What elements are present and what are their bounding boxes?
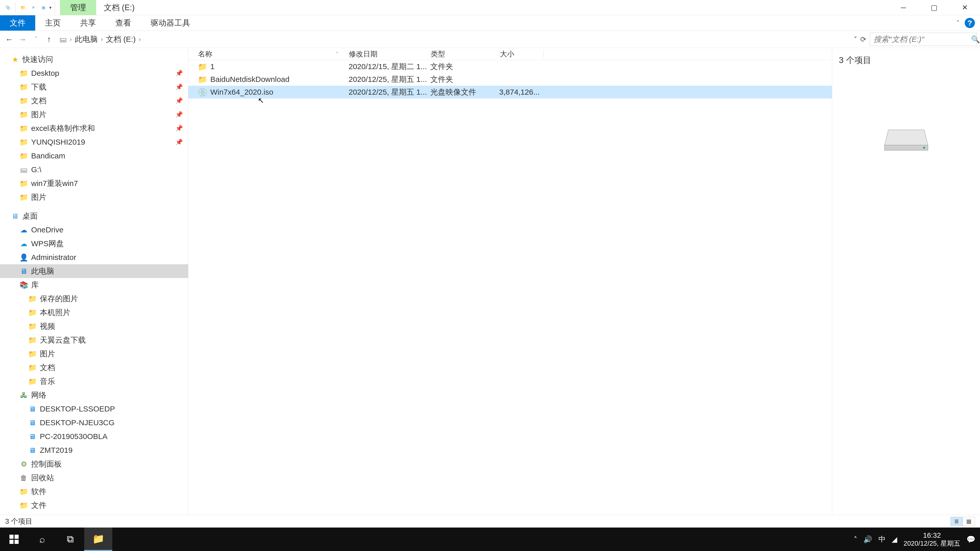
col-header-type[interactable]: 类型 — [431, 49, 500, 59]
close-button[interactable]: ✕ — [950, 0, 980, 15]
explorer-taskbar-button[interactable]: 📁 — [84, 527, 112, 551]
tree-item[interactable]: 🖥DESKTOP-NJEU3CG — [0, 416, 188, 430]
chevron-right-icon[interactable]: › — [137, 36, 142, 43]
folder-icon: 📁 — [28, 336, 37, 345]
start-button[interactable] — [0, 527, 28, 551]
tree-item[interactable]: 📁音乐 — [0, 375, 188, 388]
tree-item[interactable]: ⚙控制面板 — [0, 457, 188, 471]
maximize-button[interactable]: ▢ — [919, 0, 950, 15]
tree-item[interactable]: 📁文档📌 — [0, 94, 188, 108]
clock[interactable]: 16:32 2020/12/25, 星期五 — [904, 531, 960, 548]
tree-item[interactable]: 📁YUNQISHI2019📌 — [0, 135, 188, 149]
breadcrumb-item[interactable]: 此电脑 — [75, 34, 98, 44]
view-large-icons-button[interactable]: ▦ — [963, 517, 975, 526]
view-details-button[interactable]: ≣ — [950, 517, 963, 526]
contextual-tab[interactable]: 管理 — [60, 0, 96, 15]
pc-icon: 🖥 — [19, 267, 28, 275]
pin-icon: 📌 — [175, 111, 183, 118]
tree-item[interactable]: 📁文档 — [0, 361, 188, 375]
volume-icon[interactable]: 🔊 — [863, 535, 872, 544]
col-header-size[interactable]: 大小 — [500, 49, 543, 59]
refresh-icon[interactable]: ⟳ — [860, 35, 866, 44]
tree-label: 控制面板 — [31, 459, 62, 469]
tree-item[interactable]: 📁图片 — [0, 190, 188, 204]
nav-forward-button[interactable]: → — [16, 33, 29, 45]
tree-label: 文件 — [31, 500, 46, 511]
tree-item[interactable]: 📁Desktop📌 — [0, 66, 188, 80]
clock-date: 2020/12/25, 星期五 — [904, 540, 960, 548]
tree-item[interactable]: 🗑回收站 — [0, 471, 188, 485]
tree-item[interactable]: 📁视频 — [0, 319, 188, 333]
file-row[interactable]: 📁BaiduNetdiskDownload2020/12/25, 星期五 1..… — [188, 73, 832, 86]
qat-new-folder-icon[interactable]: ▣ — [39, 3, 48, 12]
search-input[interactable] — [873, 35, 971, 44]
tree-item[interactable]: 🖥ZMT2019 — [0, 443, 188, 457]
chevron-right-icon[interactable]: › — [68, 36, 73, 43]
qat-properties-icon[interactable]: 📁 — [19, 3, 27, 12]
tree-item[interactable]: 🖴G:\ — [0, 163, 188, 176]
search-icon[interactable]: 🔍 — [971, 35, 980, 44]
tree-item[interactable]: ☁WPS网盘 — [0, 237, 188, 251]
tray-app-icon[interactable]: ◢ — [892, 535, 897, 544]
tree-item[interactable]: 📚库 — [0, 278, 188, 292]
task-view-button[interactable]: ⧉ — [56, 527, 84, 551]
tree-label: 图片 — [31, 192, 46, 203]
title-section: 管理 文档 (E:) — [60, 0, 142, 15]
tree-desktop[interactable]: 🖥 桌面 — [0, 209, 188, 223]
app-icon[interactable]: 📎 — [3, 3, 12, 12]
qat-close-icon[interactable]: ✕ — [29, 3, 38, 12]
tray-overflow-icon[interactable]: ˄ — [854, 535, 857, 544]
search-box[interactable]: 🔍 — [870, 33, 977, 46]
tree-item[interactable]: 👤Administrator — [0, 251, 188, 264]
ribbon-collapse-icon[interactable]: ˅ — [956, 19, 959, 27]
nav-up-button[interactable]: ↑ — [43, 33, 55, 45]
file-row[interactable]: 📁12020/12/15, 星期二 1...文件夹 — [188, 60, 832, 73]
tree-item[interactable]: 📁win7重装win7 — [0, 176, 188, 190]
tab-share[interactable]: 共享 — [70, 15, 106, 30]
nav-recent-dropdown[interactable]: ˅ — [30, 33, 42, 45]
navigation-tree[interactable]: ★ 快速访问 📁Desktop📌📁下载📌📁文档📌📁图片📌📁excel表格制作求和… — [0, 48, 188, 515]
help-icon[interactable]: ? — [965, 18, 975, 28]
nav-back-button[interactable]: ← — [3, 33, 15, 45]
qat-dropdown-icon[interactable]: ▾ — [49, 5, 52, 11]
tree-item[interactable]: 📁图片📌 — [0, 108, 188, 121]
tree-item[interactable]: 📁excel表格制作求和📌 — [0, 121, 188, 135]
col-header-date[interactable]: 修改日期 — [349, 49, 431, 59]
tree-item[interactable]: 📁保存的图片 — [0, 292, 188, 306]
breadcrumb-item[interactable]: 文档 (E:) — [106, 34, 136, 44]
tree-item[interactable]: 📁图片 — [0, 347, 188, 361]
tab-drive-tools[interactable]: 驱动器工具 — [141, 15, 200, 30]
address-dropdown-icon[interactable]: ˅ — [854, 35, 857, 44]
tab-home[interactable]: 主页 — [35, 15, 70, 30]
pin-icon: 📌 — [175, 83, 183, 91]
tree-item[interactable]: 🖥此电脑 — [0, 264, 188, 278]
tree-network[interactable]: 🖧 网络 — [0, 388, 188, 402]
col-header-label: 名称 — [198, 49, 212, 59]
preview-count: 3 个项目 — [839, 55, 871, 66]
file-row[interactable]: 💿Win7x64_2020.iso2020/12/25, 星期五 1...光盘映… — [188, 86, 832, 98]
minimize-button[interactable]: ─ — [888, 0, 919, 15]
tab-view[interactable]: 查看 — [106, 15, 141, 30]
tree-item[interactable]: 📁文件 — [0, 499, 188, 512]
tree-item[interactable]: 📁软件 — [0, 485, 188, 499]
folder-icon: 📁 — [19, 138, 28, 146]
tree-item[interactable]: ☁OneDrive — [0, 223, 188, 237]
action-center-icon[interactable]: 💬 — [966, 535, 975, 544]
ime-indicator[interactable]: 中 — [878, 534, 886, 544]
file-rows[interactable]: 📁12020/12/15, 星期二 1...文件夹📁BaiduNetdiskDo… — [188, 60, 832, 515]
tree-item[interactable]: 📁Bandicam — [0, 149, 188, 163]
tree-item[interactable]: 📁本机照片 — [0, 306, 188, 319]
tree-item[interactable]: 🖥DESKTOP-LSSOEDP — [0, 402, 188, 416]
tab-file[interactable]: 文件 — [0, 15, 35, 30]
breadcrumb[interactable]: 🖴 › 此电脑 › 文档 (E:) › — [56, 33, 850, 46]
search-button[interactable]: ⌕ — [28, 527, 56, 551]
tree-item[interactable]: 📁天翼云盘下载 — [0, 333, 188, 347]
chevron-right-icon[interactable]: › — [99, 36, 104, 43]
tree-item[interactable]: 📁下载📌 — [0, 80, 188, 94]
tree-item[interactable]: 🖥PC-20190530OBLA — [0, 430, 188, 443]
tree-quick-access[interactable]: ★ 快速访问 — [0, 52, 188, 66]
folder-icon: 📁 — [19, 69, 28, 78]
folder-icon: 📁 — [198, 75, 207, 84]
folder-icon: 📁 — [19, 501, 28, 510]
col-header-name[interactable]: 名称 ˄ — [198, 49, 348, 59]
